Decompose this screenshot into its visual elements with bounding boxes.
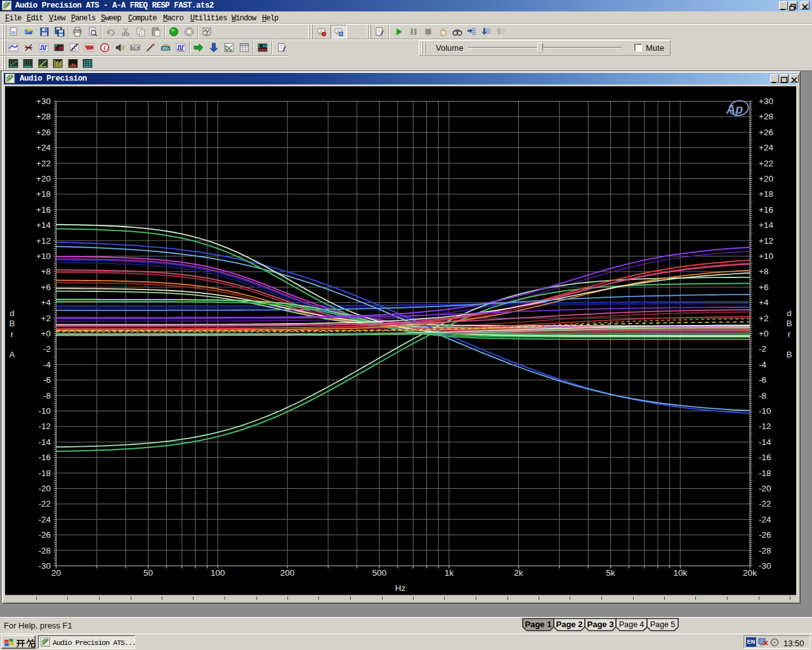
svg-text:Page 1: Page 1	[525, 620, 552, 629]
svg-text:Page 2: Page 2	[556, 620, 583, 629]
svg-text:Page 5: Page 5	[650, 620, 676, 629]
svg-text:Page 3: Page 3	[587, 620, 614, 629]
svg-text:Page 4: Page 4	[619, 620, 645, 629]
